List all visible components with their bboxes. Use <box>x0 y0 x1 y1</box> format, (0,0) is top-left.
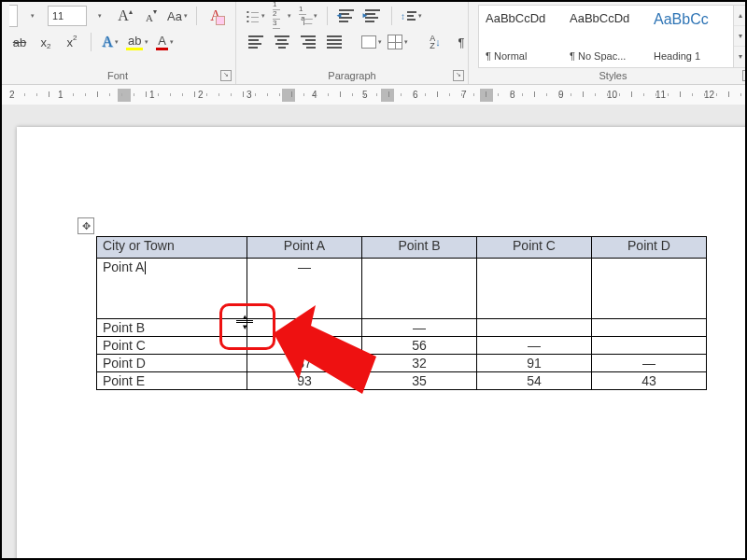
table-cell-value[interactable] <box>477 319 592 337</box>
change-case-button[interactable]: Aa <box>167 6 188 26</box>
group-paragraph: • ―• ―• ― 1 ―2 ―3 ― 1 ― a― i― ◄ ► ↕ AZ↓ <box>236 0 469 84</box>
superscript-button[interactable]: x2 <box>62 32 82 52</box>
document-table[interactable]: City or Town Point A Point B Point C Poi… <box>96 236 707 390</box>
borders-button[interactable] <box>388 32 408 52</box>
table-cell-value[interactable]: 43 <box>592 372 707 390</box>
styles-gallery-scroll[interactable]: ▴ ▾ ▾ <box>734 5 747 68</box>
horizontal-ruler[interactable]: 2112345678910111213 <box>0 85 747 106</box>
table-cell-value[interactable] <box>592 319 707 337</box>
font-dialog-launcher[interactable]: ↘ <box>220 70 232 81</box>
group-font: 11 A▴ A▾ Aa A ab x2 x2 A ab A Font↘ <box>0 0 236 84</box>
font-size-dropdown[interactable] <box>89 6 109 26</box>
table-cell-name[interactable]: Point A <box>97 259 247 319</box>
table-cell-value[interactable] <box>477 259 592 319</box>
style-item-normal[interactable]: AaBbCcDd ¶ Normal <box>481 7 563 65</box>
table-row: Point D373291— <box>97 355 707 372</box>
font-name-dropdown[interactable] <box>21 6 42 26</box>
table-cell-value[interactable]: — <box>247 259 362 319</box>
align-right-button[interactable] <box>298 32 318 52</box>
table-header-cell[interactable]: Point A <box>247 237 362 259</box>
move-handle-icon: ✥ <box>82 220 91 232</box>
text-effects-button[interactable]: A <box>100 32 120 52</box>
style-name: Heading 1 <box>654 50 726 62</box>
table-cell-value[interactable]: 32 <box>362 355 477 372</box>
table-cell-value[interactable]: 64 <box>247 337 362 355</box>
document-area: ✥ City or Town Point A Point B Point C P… <box>0 105 747 560</box>
clear-formatting-button[interactable]: A <box>205 6 226 26</box>
style-item-no-spacing[interactable]: AaBbCcDd ¶ No Spac... <box>565 7 647 65</box>
table-cell-name[interactable]: Point E <box>97 372 247 390</box>
font-color-button[interactable]: A <box>154 32 175 52</box>
increase-indent-button[interactable]: ► <box>362 6 383 26</box>
styles-dialog-launcher[interactable]: ↘ <box>742 70 747 81</box>
table-header-cell[interactable]: Point B <box>362 237 477 259</box>
gallery-scroll-up[interactable]: ▴ <box>734 6 747 26</box>
table-cell-value[interactable] <box>362 259 477 319</box>
align-center-button[interactable] <box>272 32 292 52</box>
gallery-scroll-down[interactable]: ▾ <box>734 26 747 47</box>
numbering-button[interactable]: 1 ―2 ―3 ― <box>272 6 292 26</box>
table-cell-name[interactable]: Point B <box>97 319 247 337</box>
multilevel-list-button[interactable]: 1 ― a― i― <box>298 6 318 26</box>
gallery-scroll-more[interactable]: ▾ <box>734 47 747 66</box>
ribbon: 11 A▴ A▾ Aa A ab x2 x2 A ab A Font↘ <box>0 0 747 85</box>
bullets-button[interactable]: • ―• ―• ― <box>246 6 266 26</box>
style-name: ¶ Normal <box>486 50 558 62</box>
font-name-combo-edge[interactable] <box>9 5 18 27</box>
align-left-button[interactable] <box>246 32 266 52</box>
style-name: ¶ No Spac... <box>570 50 642 62</box>
group-styles: AaBbCcDd ¶ Normal AaBbCcDd ¶ No Spac... … <box>469 0 747 84</box>
table-row: Point C6456— <box>97 337 707 355</box>
table-cell-value[interactable]: 35 <box>362 372 477 390</box>
table-move-handle[interactable]: ✥ <box>78 217 94 234</box>
subscript-button[interactable]: x2 <box>35 32 56 52</box>
table-cell-value[interactable] <box>592 337 707 355</box>
sort-button[interactable]: AZ↓ <box>425 32 445 52</box>
table-cell-value[interactable]: 56 <box>362 337 477 355</box>
table-row: Point B87— <box>97 319 707 337</box>
table-wrapper: ✥ City or Town Point A Point B Point C P… <box>96 236 707 390</box>
group-font-label: Font↘ <box>9 68 226 84</box>
table-header-row: City or Town Point A Point B Point C Poi… <box>97 237 707 259</box>
style-preview: AaBbCcDd <box>486 11 558 25</box>
table-cell-value[interactable]: — <box>477 337 592 355</box>
font-size-combo[interactable]: 11 <box>48 6 87 26</box>
table-header-cell[interactable]: Point C <box>477 237 592 259</box>
strikethrough-button[interactable]: ab <box>9 32 30 52</box>
font-size-value: 11 <box>52 10 63 21</box>
group-styles-label: Styles↘ <box>478 68 747 84</box>
line-spacing-button[interactable]: ↕ <box>401 6 422 26</box>
align-justify-button[interactable] <box>324 32 345 52</box>
decrease-font-button[interactable]: A▾ <box>141 6 162 26</box>
decrease-indent-button[interactable]: ◄ <box>336 6 357 26</box>
table-cell-name[interactable]: Point D <box>97 355 247 372</box>
table-header-cell[interactable]: City or Town <box>97 237 247 259</box>
style-preview: AaBbCcDd <box>570 11 642 25</box>
styles-gallery: AaBbCcDd ¶ Normal AaBbCcDd ¶ No Spac... … <box>478 5 734 68</box>
table-cell-name[interactable]: Point C <box>97 337 247 355</box>
increase-font-button[interactable]: A▴ <box>115 6 135 26</box>
table-row: Point E93355443 <box>97 372 707 390</box>
table-cell-value[interactable] <box>592 259 707 319</box>
table-cell-value[interactable]: 87 <box>247 319 362 337</box>
table-cell-value[interactable]: — <box>592 355 707 372</box>
table-cell-value[interactable]: 93 <box>247 372 362 390</box>
table-cell-value[interactable]: 37 <box>247 355 362 372</box>
table-row: Point A— <box>97 259 707 319</box>
table-cell-value[interactable]: 54 <box>477 372 592 390</box>
style-item-heading1[interactable]: AaBbCc Heading 1 <box>649 7 731 65</box>
table-header-cell[interactable]: Point D <box>592 237 707 259</box>
group-paragraph-label: Paragraph↘ <box>246 68 458 84</box>
highlight-button[interactable]: ab <box>126 32 148 52</box>
document-page[interactable]: ✥ City or Town Point A Point B Point C P… <box>17 127 747 560</box>
shading-button[interactable] <box>361 32 382 52</box>
style-preview: AaBbCc <box>654 11 726 28</box>
paragraph-dialog-launcher[interactable]: ↘ <box>453 70 464 81</box>
table-cell-value[interactable]: — <box>362 319 477 337</box>
table-cell-value[interactable]: 91 <box>477 355 592 372</box>
